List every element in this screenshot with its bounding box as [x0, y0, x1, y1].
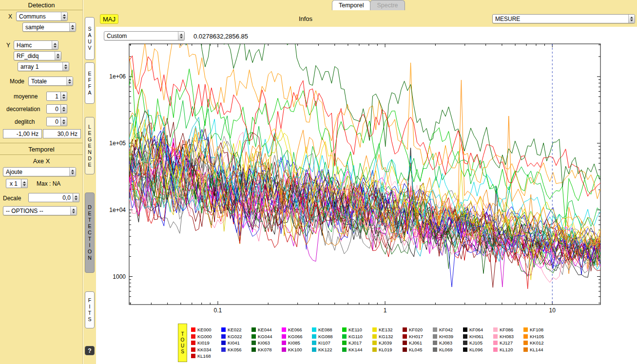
dropdown-stepper-icon[interactable]: [55, 52, 61, 60]
dropdown-stepper-icon[interactable]: [61, 12, 67, 20]
tab-spectre[interactable]: Spectre: [370, 0, 405, 10]
dropdown-stepper-icon[interactable]: [628, 15, 635, 23]
freq-max-field[interactable]: 30,0 Hz: [43, 129, 81, 138]
dropdown-stepper-icon[interactable]: [69, 168, 76, 176]
moyenne-stepper[interactable]: 1: [46, 92, 67, 101]
help-button[interactable]: ?: [85, 346, 95, 355]
legend-item-KI041[interactable]: KI041: [221, 340, 251, 346]
legend-item-KG110[interactable]: KG110: [342, 333, 372, 340]
legend-item-KK100[interactable]: KK100: [282, 346, 312, 353]
legend-item-KH105[interactable]: KH105: [523, 333, 554, 340]
y-array-select[interactable]: array 1: [18, 62, 69, 71]
decorrelation-stepper[interactable]: 0: [46, 104, 67, 114]
custom-scale-select[interactable]: Custom: [104, 31, 185, 40]
legend-item-KE088[interactable]: KE088: [312, 326, 342, 333]
dropdown-stepper-icon[interactable]: [70, 207, 77, 215]
legend-item-KK056[interactable]: KK056: [221, 346, 251, 353]
legend-item-KH039[interactable]: KH039: [433, 333, 463, 340]
button-letter: T: [88, 310, 91, 316]
tool-fits-button[interactable]: FITS: [85, 291, 95, 328]
legend-item-KE000[interactable]: KE000: [191, 326, 221, 333]
mesure-select[interactable]: MESURE: [492, 14, 635, 23]
x-scale-value[interactable]: x 1: [6, 179, 21, 188]
legend-item-KH061[interactable]: KH061: [463, 333, 493, 340]
tool-effa-button[interactable]: EFFA: [85, 62, 95, 104]
legend-item-KG132[interactable]: KG132: [372, 333, 403, 340]
legend-item-KE044[interactable]: KE044: [251, 326, 282, 333]
up-down-stepper-icon[interactable]: [61, 92, 67, 101]
dropdown-stepper-icon[interactable]: [62, 62, 69, 71]
x-sample-select[interactable]: sample: [22, 22, 76, 32]
maj-button[interactable]: MAJ: [100, 14, 118, 24]
legend-item-KI107[interactable]: KI107: [312, 340, 342, 346]
legend-item-KJ105[interactable]: KJ105: [463, 340, 493, 346]
legend-item-KK034[interactable]: KK034: [191, 346, 221, 353]
legend-item-KI019[interactable]: KI019: [191, 340, 221, 346]
y-signal-select[interactable]: RF_didq: [14, 51, 61, 60]
up-down-stepper-icon[interactable]: [21, 179, 28, 188]
dropdown-stepper-icon[interactable]: [66, 77, 73, 85]
legend-item-KG022[interactable]: KG022: [221, 333, 251, 340]
legend-item-KI085[interactable]: KI085: [282, 340, 312, 346]
legend-item-KF086[interactable]: KF086: [493, 326, 523, 333]
legend-item-KK012[interactable]: KK012: [523, 340, 554, 346]
dropdown-stepper-icon[interactable]: [52, 41, 58, 49]
y-category-select[interactable]: Hamc: [14, 40, 58, 50]
legend-item-KL069[interactable]: KL069: [433, 346, 463, 353]
deglitch-stepper[interactable]: 0: [46, 117, 67, 126]
legend-item-KL168[interactable]: KL168: [191, 353, 221, 360]
legend-item-KK122[interactable]: KK122: [312, 346, 342, 353]
legend-item-KE066[interactable]: KE066: [282, 326, 312, 333]
decorrelation-value[interactable]: 0: [46, 104, 61, 114]
legend-item-KL096[interactable]: KL096: [463, 346, 493, 353]
tous-button[interactable]: TOUS: [178, 324, 187, 362]
legend-item-KK144[interactable]: KK144: [342, 346, 372, 353]
spectra-plot[interactable]: 0.111010001e+041e+051e+06: [99, 43, 636, 317]
spectra-plot-area[interactable]: 0.111010001e+041e+051e+06: [99, 43, 636, 317]
freq-min-field[interactable]: -1,00 Hz: [3, 129, 42, 138]
tool-sauv-button[interactable]: SAUV: [85, 17, 95, 60]
legend-item-KF064[interactable]: KF064: [463, 326, 493, 333]
up-down-stepper-icon[interactable]: [61, 104, 67, 114]
legend-item-KH083[interactable]: KH083: [493, 333, 523, 340]
tab-temporel[interactable]: Temporel: [332, 0, 370, 10]
legend-item-KH017[interactable]: KH017: [403, 333, 433, 340]
legend-item-KE022[interactable]: KE022: [221, 326, 251, 333]
decale-stepper[interactable]: 0,0: [28, 193, 79, 202]
legend-item-KG000[interactable]: KG000: [191, 333, 221, 340]
legend-item-KG088[interactable]: KG088: [312, 333, 342, 340]
legend-item-KL144[interactable]: KL144: [523, 346, 554, 353]
x-category-select[interactable]: Communs: [16, 12, 68, 21]
deglitch-value[interactable]: 0: [46, 117, 61, 126]
legend-item-KL019[interactable]: KL019: [372, 346, 403, 353]
legend-item-KI063[interactable]: KI063: [251, 340, 282, 346]
tool-legende-button[interactable]: LEGENDE: [85, 117, 95, 174]
legend-item-KL120[interactable]: KL120: [493, 346, 523, 353]
legend-item-KG066[interactable]: KG066: [282, 333, 312, 340]
legend-item-KF108[interactable]: KF108: [523, 326, 554, 333]
legend-item-KF042[interactable]: KF042: [433, 326, 463, 333]
up-down-stepper-icon[interactable]: [61, 117, 67, 126]
legend-label: KK100: [288, 347, 302, 352]
legend-item-KL045[interactable]: KL045: [403, 346, 433, 353]
dropdown-stepper-icon[interactable]: [178, 32, 184, 40]
legend-item-KE110[interactable]: KE110: [342, 326, 372, 333]
mode-select[interactable]: Totale: [28, 77, 73, 86]
options-select[interactable]: -- OPTIONS --: [3, 206, 77, 215]
legend-item-KJ061[interactable]: KJ061: [403, 340, 433, 346]
moyenne-value[interactable]: 1: [46, 92, 61, 101]
tool-detection-button[interactable]: DETECTION: [85, 192, 95, 273]
up-down-stepper-icon[interactable]: [73, 193, 79, 202]
ajoute-select[interactable]: Ajoute: [3, 167, 76, 176]
x-scale-stepper[interactable]: x 1: [6, 179, 28, 188]
legend-item-KJ039[interactable]: KJ039: [372, 340, 403, 346]
legend-item-KF020[interactable]: KF020: [403, 326, 433, 333]
dropdown-stepper-icon[interactable]: [69, 23, 76, 31]
legend-item-KE132[interactable]: KE132: [372, 326, 403, 333]
legend-item-KJ017[interactable]: KJ017: [342, 340, 372, 346]
legend-item-KG044[interactable]: KG044: [251, 333, 282, 340]
legend-item-KJ127[interactable]: KJ127: [493, 340, 523, 346]
legend-item-KK078[interactable]: KK078: [251, 346, 282, 353]
legend-item-KJ083[interactable]: KJ083: [433, 340, 463, 346]
decale-value[interactable]: 0,0: [28, 193, 73, 202]
